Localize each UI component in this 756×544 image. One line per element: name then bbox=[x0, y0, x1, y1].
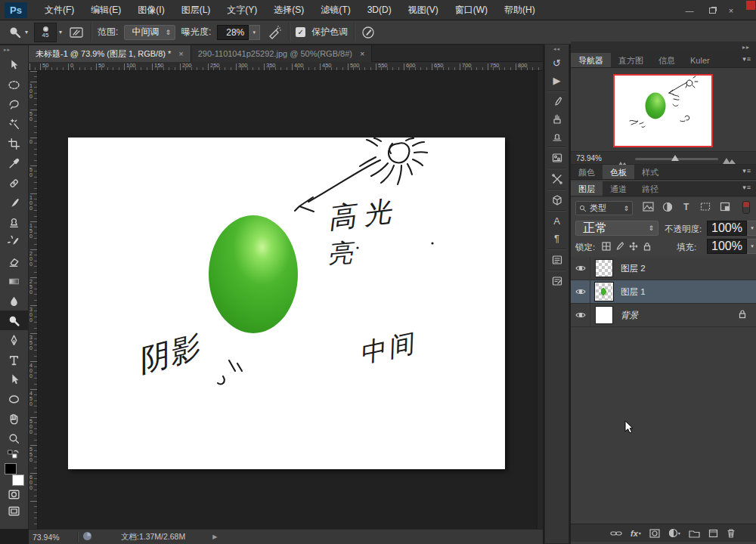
close-tab-icon[interactable]: × bbox=[360, 49, 364, 58]
tab-swatches[interactable]: 色板 bbox=[603, 165, 634, 179]
actions-panel-icon[interactable]: ▶ bbox=[545, 72, 569, 89]
history-panel-icon[interactable]: ↺ bbox=[545, 54, 569, 72]
restore-icon[interactable] bbox=[709, 8, 716, 14]
opacity-input[interactable]: 100% bbox=[707, 221, 747, 236]
tab-info[interactable]: 信息 bbox=[651, 53, 683, 67]
crop-tool[interactable] bbox=[0, 134, 28, 153]
link-layers-icon[interactable] bbox=[610, 530, 622, 537]
eyedropper-tool[interactable] bbox=[0, 153, 28, 173]
status-options-icon[interactable]: ▶ bbox=[212, 533, 217, 540]
layer-thumbnail[interactable] bbox=[595, 259, 613, 277]
menu-3d[interactable]: 3D(D) bbox=[359, 0, 400, 20]
quick-mask-button[interactable] bbox=[0, 486, 28, 502]
panel-menu-icon[interactable]: ▾≡ bbox=[742, 167, 751, 175]
lock-position-icon[interactable] bbox=[628, 241, 639, 252]
gradient-tool[interactable] bbox=[0, 271, 28, 291]
canvas-document[interactable]: 高光 亮 中间 阴影 bbox=[68, 138, 505, 469]
visibility-toggle[interactable] bbox=[571, 304, 590, 326]
new-layer-icon[interactable] bbox=[708, 529, 718, 538]
magic-wand-tool[interactable] bbox=[0, 114, 28, 134]
menu-edit[interactable]: 编辑(E) bbox=[82, 0, 129, 20]
airbrush-icon[interactable] bbox=[266, 25, 283, 40]
menu-select[interactable]: 选择(S) bbox=[265, 0, 312, 20]
exposure-dropdown-button[interactable]: ▾ bbox=[249, 25, 260, 40]
background-color-swatch[interactable] bbox=[12, 474, 24, 486]
notes-panel-icon[interactable] bbox=[545, 272, 569, 289]
new-group-icon[interactable] bbox=[689, 529, 700, 538]
tab-color[interactable]: 颜色 bbox=[571, 165, 603, 179]
filter-image-icon[interactable] bbox=[643, 202, 654, 214]
layer-filter-kind-select[interactable]: 类型 ⇕ bbox=[575, 201, 633, 215]
brush-panel-toggle-icon[interactable] bbox=[68, 25, 85, 40]
minimize-button[interactable]: — bbox=[681, 6, 698, 15]
menu-window[interactable]: 窗口(W) bbox=[447, 0, 496, 20]
lock-pixels-icon[interactable] bbox=[615, 241, 625, 252]
chevron-down-icon[interactable]: ▾ bbox=[59, 29, 62, 36]
tab-paths[interactable]: 路径 bbox=[634, 181, 666, 196]
3d-panel-icon[interactable] bbox=[545, 191, 569, 209]
filter-adjustment-icon[interactable] bbox=[662, 202, 673, 215]
lock-all-icon[interactable] bbox=[642, 241, 652, 252]
navigator-proxy-view[interactable] bbox=[613, 74, 713, 147]
dodge-tool[interactable] bbox=[0, 311, 28, 330]
brush-panel-icon[interactable] bbox=[545, 93, 569, 110]
menu-image[interactable]: 图像(I) bbox=[129, 0, 172, 20]
layer-comps-panel-icon[interactable] bbox=[545, 251, 569, 268]
fill-control[interactable]: 100% ▾ bbox=[707, 239, 756, 254]
range-select[interactable]: 中间调 ⇕ bbox=[124, 25, 175, 40]
vertical-scrollbar[interactable] bbox=[537, 71, 543, 529]
tab-histogram[interactable]: 直方图 bbox=[611, 53, 651, 67]
menu-view[interactable]: 视图(V) bbox=[400, 0, 447, 20]
brush-tool[interactable] bbox=[0, 193, 28, 212]
menu-filter[interactable]: 滤镜(T) bbox=[312, 0, 358, 20]
filter-shape-icon[interactable] bbox=[700, 202, 711, 214]
tool-presets-panel-icon[interactable] bbox=[545, 170, 569, 187]
fill-input[interactable]: 100% bbox=[707, 239, 747, 254]
pressure-size-icon[interactable] bbox=[361, 25, 377, 40]
filter-smart-object-icon[interactable] bbox=[720, 202, 730, 214]
healing-brush-tool[interactable] bbox=[0, 173, 28, 193]
tab-styles[interactable]: 样式 bbox=[634, 165, 666, 179]
menu-help[interactable]: 帮助(H) bbox=[496, 0, 544, 20]
paragraph-panel-icon[interactable]: ¶ bbox=[545, 230, 569, 247]
shape-tool[interactable] bbox=[0, 389, 28, 409]
add-layer-mask-icon[interactable] bbox=[649, 529, 660, 538]
swap-colors-icon[interactable] bbox=[0, 448, 28, 460]
layer-name[interactable]: 图层 1 bbox=[621, 286, 646, 298]
canvas-viewport[interactable]: 100 50 0 50 100 150 200 250 300 350 400 … bbox=[29, 71, 543, 529]
filter-type-icon[interactable]: T bbox=[683, 202, 689, 212]
visibility-toggle[interactable] bbox=[571, 257, 590, 280]
layer-thumbnail[interactable] bbox=[595, 283, 613, 301]
delete-layer-icon[interactable] bbox=[727, 528, 736, 538]
tab-kuler[interactable]: Kuler bbox=[683, 53, 717, 67]
opacity-control[interactable]: 100% ▾ bbox=[707, 221, 756, 236]
eraser-tool[interactable] bbox=[0, 252, 28, 271]
menu-type[interactable]: 文字(Y) bbox=[218, 0, 265, 20]
protect-tones-checkbox[interactable]: ✓ bbox=[296, 27, 305, 37]
tool-preset-picker[interactable]: ▾ bbox=[8, 25, 28, 40]
navigator-zoom-value[interactable]: 73.94% bbox=[576, 154, 602, 162]
zoom-level-input[interactable]: 73.94% bbox=[29, 533, 73, 542]
clone-stamp-tool[interactable] bbox=[0, 212, 28, 232]
blend-mode-select[interactable]: 正常 ⇕ bbox=[575, 221, 658, 236]
document-tab-2[interactable]: 290-1101041p25292.jpg @ 50%(RGB/8#) × bbox=[191, 45, 373, 62]
layer-filter-toggle[interactable] bbox=[742, 201, 750, 214]
lock-transparency-icon[interactable] bbox=[601, 241, 612, 252]
background-layer-row[interactable]: 背景 bbox=[571, 304, 756, 327]
type-tool[interactable] bbox=[0, 350, 28, 369]
layer-thumbnail[interactable] bbox=[595, 306, 613, 324]
menu-file[interactable]: 文件(F) bbox=[36, 0, 82, 20]
layer-row-1-selected[interactable]: 图层 1 bbox=[571, 280, 756, 304]
document-tab-1[interactable]: 未标题-1 @ 73.9% (图层 1, RGB/8) * × bbox=[29, 45, 191, 62]
tab-navigator[interactable]: 导航器 bbox=[571, 53, 611, 67]
blur-tool[interactable] bbox=[0, 291, 28, 311]
lasso-tool[interactable] bbox=[0, 94, 28, 114]
menu-layer[interactable]: 图层(L) bbox=[173, 0, 219, 20]
brush-presets-panel-icon[interactable] bbox=[545, 110, 569, 128]
visibility-toggle[interactable] bbox=[571, 280, 590, 303]
zoom-tool[interactable] bbox=[0, 428, 28, 448]
close-tab-icon[interactable]: × bbox=[178, 49, 183, 58]
adjustment-layer-icon[interactable]: ▾ bbox=[668, 528, 680, 538]
move-tool[interactable] bbox=[0, 55, 28, 75]
character-panel-icon[interactable]: A bbox=[545, 212, 569, 230]
